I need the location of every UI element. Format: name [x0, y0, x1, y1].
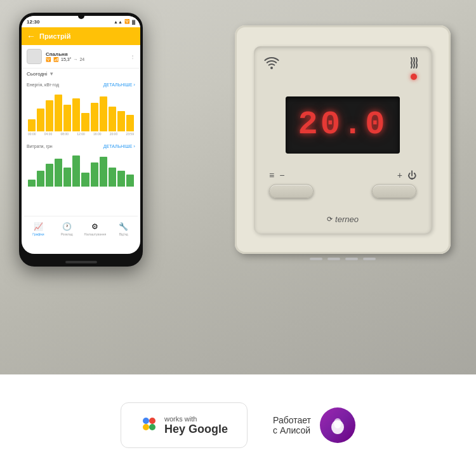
time-label-16: 16:00	[93, 132, 102, 136]
minus-icon: −	[279, 170, 284, 180]
temp-arrow: →	[73, 57, 77, 62]
thermostat-wifi-icon	[264, 56, 279, 72]
cost-bar-10	[109, 168, 116, 187]
time-label-23: 23:59	[126, 132, 134, 136]
svg-point-3	[149, 424, 155, 430]
energy-bar-11	[117, 111, 125, 132]
left-icons-row: ≡ −	[269, 170, 284, 180]
energy-bar-9	[100, 96, 107, 131]
today-row[interactable]: Сьогодні ▼	[22, 69, 140, 79]
bottom-nav: 📈 Графіки 🕐 Розклад ⚙ Налаштування 🔧 Від…	[24, 216, 138, 241]
main-container: 12:30 ▲▲ 🛜 ▓ ← Пристрій Спальня	[0, 0, 476, 476]
schedule-icon: 🕐	[62, 222, 72, 231]
terneo-logo-icon: ⟳	[327, 215, 333, 223]
app-header: ← Пристрій	[22, 27, 140, 45]
thermostat-display: 20.0	[286, 96, 400, 154]
time-label-8: 08:00	[60, 132, 69, 136]
nav-item-schedule[interactable]: 🕐 Розклад	[53, 222, 81, 236]
menu-icon: ≡	[269, 170, 274, 180]
energy-bar-7	[81, 113, 89, 131]
nav-item-settings[interactable]: ⚙ Налаштування	[81, 222, 110, 236]
battery-icon: ▓	[132, 20, 135, 24]
slit-4	[363, 258, 376, 260]
brand-row: ⟳ terneo	[264, 215, 421, 224]
google-text-block: works with Hey Google	[164, 415, 228, 436]
left-button[interactable]	[269, 184, 314, 198]
device-row[interactable]: Спальня 🛜 📶 15,3° → 24 ⋮	[22, 45, 140, 69]
time-label-12: 12:00	[77, 132, 85, 136]
cost-bar-4	[55, 159, 62, 187]
device-wifi-icon: 🛜	[46, 57, 51, 62]
top-section: 12:30 ▲▲ 🛜 ▓ ← Пристрій Спальня	[0, 0, 476, 374]
energy-title: Енергія, кВт·год	[27, 83, 59, 87]
device-name: Спальня	[46, 51, 126, 57]
device-info: Спальня 🛜 📶 15,3° → 24	[46, 51, 126, 62]
heating-waves-icon	[406, 56, 421, 72]
energy-detail-arrow: ›	[133, 82, 135, 88]
brand-name: terneo	[335, 215, 359, 224]
cost-title: Витрати, грн	[27, 144, 53, 149]
slit-2	[327, 258, 340, 260]
back-button[interactable]: ←	[27, 31, 36, 41]
slit-1	[310, 258, 322, 260]
device-temp-current: 15,3°	[61, 57, 71, 62]
charts-icon: 📈	[34, 222, 43, 231]
energy-bar-8	[91, 103, 98, 132]
thermostat-slits	[235, 258, 451, 260]
device-more-icon[interactable]: ⋮	[130, 54, 135, 60]
cost-bar-1	[28, 180, 36, 187]
status-time: 12:30	[27, 19, 39, 25]
button-group-left: ≡ −	[269, 170, 314, 198]
thermostat-button-row: ≡ − + ⏻	[264, 170, 421, 198]
alisa-line2: с Алисой	[273, 425, 310, 435]
slit-3	[345, 258, 358, 260]
status-icons: ▲▲ 🛜 ▓	[114, 19, 135, 24]
device-status: 🛜 📶 15,3° → 24	[46, 57, 126, 62]
alisa-logo	[320, 407, 355, 443]
svg-point-1	[149, 418, 155, 424]
energy-bar-1	[28, 119, 36, 132]
cost-bar-5	[63, 168, 71, 187]
time-label-4: 04:00	[44, 132, 53, 136]
works-with-label: works with	[164, 415, 228, 423]
button-group-right: + ⏻	[372, 170, 416, 198]
alisa-text-block: Работает с Алисой	[273, 415, 311, 435]
alisa-badge[interactable]: Работает с Алисой	[273, 407, 355, 443]
settings-label: Налаштування	[84, 232, 107, 236]
plus-icon: +	[397, 170, 402, 180]
cost-bar-8	[91, 162, 98, 187]
energy-bar-2	[37, 109, 44, 131]
schedule-label: Розклад	[61, 232, 73, 236]
cost-bar-2	[37, 171, 44, 187]
nav-item-debug[interactable]: 🔧 Від'яд	[109, 222, 138, 236]
cost-detail-link[interactable]: ДЕТАЛЬНІШЕ	[103, 144, 133, 149]
phone: 12:30 ▲▲ 🛜 ▓ ← Пристрій Спальня	[19, 13, 143, 267]
svg-point-6	[334, 422, 341, 428]
signal-icon: ▲▲	[114, 20, 122, 24]
device-wifi-bars: 📶	[53, 57, 59, 62]
heating-indicator	[406, 56, 421, 80]
wifi-status-icon: 🛜	[124, 19, 130, 24]
debug-label: Від'яд	[119, 232, 128, 236]
alisa-line1: Работает	[273, 415, 311, 425]
debug-icon: 🔧	[119, 222, 128, 231]
phone-chin	[65, 261, 97, 263]
google-logo	[140, 415, 158, 435]
nav-item-charts[interactable]: 📈 Графіки	[24, 222, 53, 236]
right-button[interactable]	[372, 184, 416, 198]
time-label-0: 00:00	[28, 132, 36, 136]
cost-bar-12	[126, 175, 134, 187]
time-label-20: 20:00	[110, 132, 118, 136]
cost-header: Витрати, грн ДЕТАЛЬНІШЕ ›	[27, 143, 135, 149]
energy-section: Енергія, кВт·год ДЕТАЛЬНІШЕ ›	[22, 79, 140, 139]
cost-detail-arrow: ›	[133, 143, 135, 149]
google-badge[interactable]: works with Hey Google	[121, 402, 248, 448]
energy-bar-4	[55, 95, 62, 132]
energy-chart-labels: 00:00 04:00 08:00 12:00 16:00 20:00 23:5…	[27, 131, 135, 136]
energy-bar-3	[46, 100, 53, 131]
energy-detail-link[interactable]: ДЕТАЛЬНІШЕ	[103, 83, 133, 87]
settings-icon: ⚙	[91, 222, 98, 231]
svg-point-0	[143, 418, 149, 424]
thermostat-frame: 20.0 ≡ − +	[254, 46, 432, 234]
svg-point-2	[143, 424, 149, 430]
